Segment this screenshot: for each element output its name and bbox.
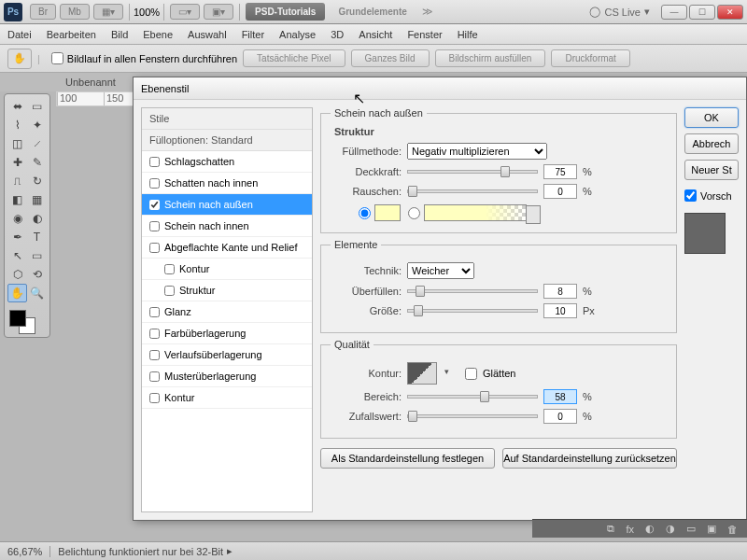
scroll-all-check[interactable]: Bildlauf in allen Fenstern durchführen [51, 52, 237, 64]
preview-check[interactable]: Vorsch [684, 189, 739, 202]
adjust-icon[interactable]: ◑ [666, 523, 675, 535]
workspace-tab-1[interactable]: PSD-Tutorials [246, 3, 325, 21]
style-item[interactable]: Kontur [142, 259, 312, 280]
hand-tool-icon[interactable]: ✋ [7, 49, 32, 69]
crop-tool[interactable]: ◫ [7, 134, 27, 153]
menu-auswahl[interactable]: Auswahl [188, 29, 227, 40]
spread-input[interactable] [543, 284, 577, 299]
style-item[interactable]: Schatten nach innen [142, 173, 312, 194]
minimize-button[interactable]: — [661, 5, 687, 20]
close-button[interactable]: ✕ [717, 5, 743, 20]
fx-icon[interactable]: fx [626, 524, 634, 535]
status-zoom[interactable]: 66,67% [7, 546, 50, 557]
new-layer-icon[interactable]: ▣ [707, 523, 716, 535]
style-checkbox[interactable] [149, 221, 160, 231]
menu-hilfe[interactable]: Hilfe [458, 29, 478, 40]
chevron-right-icon[interactable]: ▸ [227, 545, 233, 557]
marquee-tool[interactable]: ▭ [27, 97, 47, 116]
move-tool[interactable]: ⬌ [7, 97, 27, 116]
solid-color-radio[interactable] [359, 207, 371, 219]
pill-actual-pixels[interactable]: Tatsächliche Pixel [243, 49, 345, 67]
style-checkbox[interactable] [149, 157, 160, 167]
lasso-tool[interactable]: ⌇ [7, 116, 27, 134]
maximize-button[interactable]: ☐ [689, 5, 715, 20]
style-item[interactable]: Schein nach innen [142, 216, 312, 237]
styles-header[interactable]: Stile [142, 108, 312, 130]
screen-button[interactable]: ▣▾ [204, 4, 233, 20]
style-item[interactable]: Glanz [142, 301, 312, 323]
menu-bild[interactable]: Bild [111, 29, 128, 40]
reset-default-button[interactable]: Auf Standardeinstellung zurücksetzen [502, 448, 677, 469]
dodge-tool[interactable]: ◐ [27, 209, 47, 228]
view-button[interactable]: ▭▾ [170, 4, 200, 20]
make-default-button[interactable]: Als Standardeinstellung festlegen [320, 448, 495, 469]
workspace-tab-2[interactable]: Grundelemente [329, 3, 416, 21]
opacity-slider[interactable] [407, 170, 538, 174]
style-checkbox[interactable] [164, 286, 175, 296]
jitter-input[interactable] [543, 409, 577, 424]
3d-tool[interactable]: ⬡ [7, 265, 27, 284]
br-button[interactable]: Br [30, 4, 56, 20]
style-checkbox[interactable] [149, 393, 160, 403]
style-item[interactable]: Verlaufsüberlagerung [142, 344, 312, 366]
cancel-button[interactable]: Abbrech [684, 133, 739, 154]
link-icon[interactable]: ⧉ [607, 523, 614, 535]
style-checkbox[interactable] [149, 200, 160, 210]
pen-tool[interactable]: ✒ [7, 228, 27, 246]
history-brush-tool[interactable]: ↻ [27, 172, 47, 190]
menu-filter[interactable]: Filter [242, 29, 264, 40]
menu-ebene[interactable]: Ebene [143, 29, 173, 40]
3d-camera-tool[interactable]: ⟲ [27, 265, 47, 284]
menu-analyse[interactable]: Analyse [279, 29, 316, 40]
style-item[interactable]: Struktur [142, 280, 312, 301]
new-style-button[interactable]: Neuer St [684, 160, 739, 180]
jitter-slider[interactable] [407, 414, 538, 418]
blur-tool[interactable]: ◉ [7, 209, 27, 228]
style-checkbox[interactable] [149, 329, 160, 339]
style-checkbox[interactable] [149, 371, 160, 382]
opacity-input[interactable] [543, 164, 577, 179]
pill-print-size[interactable]: Druckformat [551, 49, 629, 67]
style-checkbox[interactable] [164, 264, 175, 274]
style-item[interactable]: Musterüberlagerung [142, 366, 312, 387]
brush-tool[interactable]: ✎ [27, 153, 47, 172]
eraser-tool[interactable]: ◧ [7, 190, 27, 209]
range-slider[interactable] [407, 395, 538, 399]
zoom-value[interactable]: 100% [134, 7, 160, 18]
shape-tool[interactable]: ▭ [27, 246, 47, 265]
size-input[interactable] [543, 303, 577, 318]
eyedropper-tool[interactable]: ⟋ [27, 134, 47, 153]
trash-icon[interactable]: 🗑 [727, 524, 738, 535]
style-item[interactable]: Schlagschatten [142, 151, 312, 173]
style-checkbox[interactable] [149, 178, 160, 189]
folder-icon[interactable]: ▭ [686, 523, 696, 535]
dialog-title[interactable]: Ebenenstil [134, 77, 746, 100]
size-slider[interactable] [407, 309, 538, 313]
antialias-check[interactable] [465, 368, 477, 380]
style-item[interactable]: Kontur [142, 387, 312, 409]
technique-select[interactable]: Weicher [407, 262, 474, 279]
zoom-tool[interactable]: 🔍 [27, 284, 47, 302]
gradient-radio[interactable] [408, 207, 420, 219]
menu-fenster[interactable]: Fenster [407, 29, 442, 40]
style-checkbox[interactable] [149, 350, 160, 360]
pill-fit-screen[interactable]: Ganzes Bild [351, 49, 430, 67]
fill-mode-select[interactable]: Negativ multiplizieren [407, 143, 547, 160]
spread-slider[interactable] [407, 289, 538, 293]
noise-slider[interactable] [407, 189, 538, 193]
glow-color-swatch[interactable] [374, 204, 401, 221]
path-tool[interactable]: ↖ [7, 246, 27, 265]
hand-tool[interactable]: ✋ [7, 284, 27, 302]
style-checkbox[interactable] [149, 243, 160, 253]
fill-options-header[interactable]: Fülloptionen: Standard [142, 130, 312, 151]
glow-gradient-swatch[interactable] [424, 204, 527, 221]
layout-button[interactable]: ▦▾ [93, 4, 123, 20]
menu-datei[interactable]: Datei [7, 29, 32, 40]
style-item[interactable]: Abgeflachte Kante und Relief [142, 237, 312, 259]
menu-ansicht[interactable]: Ansicht [359, 29, 392, 40]
foreground-swatch[interactable] [9, 310, 26, 327]
type-tool[interactable]: T [27, 228, 47, 246]
style-item[interactable]: Farbüberlagerung [142, 323, 312, 344]
pill-fill-screen[interactable]: Bildschirm ausfüllen [435, 49, 546, 67]
mask-icon[interactable]: ◐ [645, 523, 655, 535]
